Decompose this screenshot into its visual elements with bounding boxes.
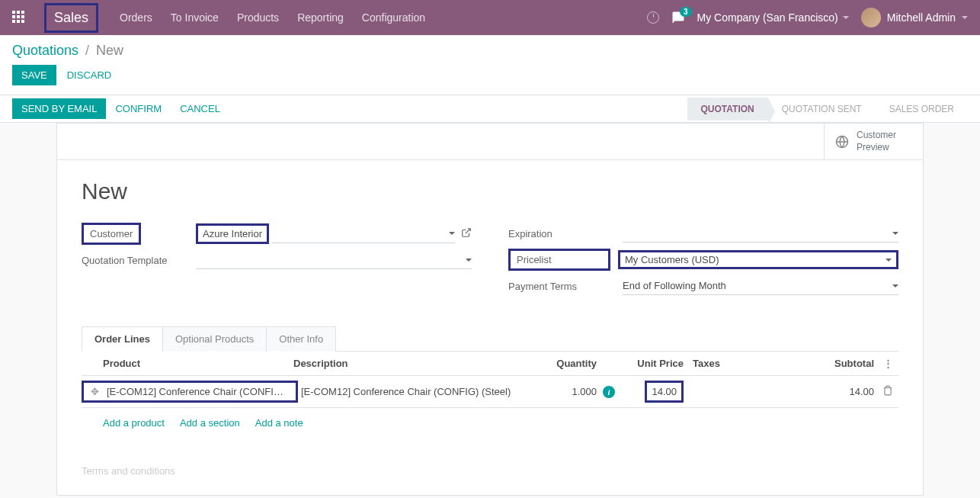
external-link-icon[interactable] (461, 227, 472, 240)
dropdown-caret-icon[interactable] (449, 232, 455, 235)
expiration-label: Expiration (508, 228, 623, 239)
tab-order-lines[interactable]: Order Lines (82, 326, 163, 352)
line-qty[interactable]: 1.000 (524, 386, 600, 397)
col-quantity: Quantity (524, 358, 600, 369)
customer-field[interactable] (272, 225, 455, 243)
dropdown-caret-icon[interactable] (892, 232, 898, 235)
breadcrumb-leaf: New (96, 43, 123, 58)
dropdown-caret-icon[interactable] (466, 259, 472, 262)
line-unit-price[interactable]: 14.00 (645, 381, 684, 403)
dropdown-caret-icon[interactable] (892, 284, 898, 288)
add-section-link[interactable]: Add a section (180, 417, 240, 429)
col-product: Product (100, 358, 290, 369)
info-icon[interactable]: i (603, 386, 615, 398)
activity-clock-icon[interactable] (647, 11, 659, 24)
pricelist-label: Pricelist (508, 249, 610, 271)
dropdown-caret-icon[interactable] (886, 259, 892, 262)
user-name: Mitchell Admin (887, 11, 956, 24)
status-bar: QUOTATION QUOTATION SENT SALES ORDER (687, 98, 968, 120)
customer-label: Customer (82, 223, 141, 245)
nav-reporting[interactable]: Reporting (297, 11, 344, 24)
customer-preview-button[interactable]: CustomerPreview (824, 124, 923, 159)
payment-terms-field[interactable]: End of Following Month (623, 277, 898, 295)
breadcrumb-root[interactable]: Quotations (12, 43, 78, 58)
company-name: My Company (San Francisco) (697, 11, 838, 24)
company-selector[interactable]: My Company (San Francisco) (697, 11, 849, 24)
kebab-icon[interactable]: ⋮ (877, 358, 898, 369)
pricelist-value: My Customers (USD) (625, 254, 886, 265)
save-button[interactable]: SAVE (12, 65, 56, 85)
drag-handle-icon[interactable]: ✥ (85, 386, 104, 397)
payment-terms-label: Payment Terms (508, 281, 623, 292)
page-title: New (82, 178, 898, 204)
status-quotation-sent[interactable]: QUOTATION SENT (768, 98, 876, 120)
nav-configuration[interactable]: Configuration (362, 11, 425, 24)
col-subtotal: Subtotal (809, 358, 877, 369)
customer-value-highlight: Azure Interior (196, 223, 269, 244)
add-product-link[interactable]: Add a product (103, 417, 165, 429)
payment-terms-value: End of Following Month (623, 280, 889, 291)
line-product[interactable]: [E-COM12] Conference Chair (CONFIG) (… (104, 386, 294, 397)
nav-orders[interactable]: Orders (120, 11, 152, 24)
terms-placeholder[interactable]: Terms and conditions (82, 465, 898, 477)
user-menu[interactable]: Mitchell Admin (861, 8, 968, 27)
col-description: Description (290, 358, 524, 369)
quotation-template-field[interactable] (196, 251, 472, 269)
delete-line-icon[interactable] (877, 385, 898, 398)
apps-launcher-icon[interactable] (12, 11, 26, 24)
breadcrumb: Quotations / New (12, 43, 968, 59)
tab-other-info[interactable]: Other Info (266, 326, 336, 352)
confirm-button[interactable]: CONFIRM (106, 98, 171, 119)
messaging-count-badge: 3 (680, 7, 692, 17)
nav-to-invoice[interactable]: To Invoice (171, 11, 219, 24)
cancel-button[interactable]: CANCEL (171, 98, 229, 119)
col-taxes: Taxes (687, 358, 809, 369)
globe-icon (835, 135, 849, 149)
table-row[interactable]: ✥ [E-COM12] Conference Chair (CONFIG) (…… (82, 376, 898, 407)
expiration-field[interactable] (623, 224, 898, 243)
add-note-link[interactable]: Add a note (255, 417, 303, 429)
quotation-template-label: Quotation Template (82, 255, 196, 266)
send-email-button[interactable]: SEND BY EMAIL (12, 98, 106, 119)
col-unit-price: Unit Price (618, 358, 687, 369)
customer-preview-label: CustomerPreview (857, 130, 896, 153)
pricelist-field[interactable]: My Customers (USD) (618, 250, 898, 269)
app-brand[interactable]: Sales (44, 3, 98, 33)
line-description[interactable]: [E-COM12] Conference Chair (CONFIG) (Ste… (298, 386, 524, 397)
caret-down-icon (962, 16, 968, 19)
status-sales-order[interactable]: SALES ORDER (876, 98, 968, 120)
avatar (861, 8, 881, 27)
status-quotation[interactable]: QUOTATION (687, 98, 768, 120)
discard-button[interactable]: DISCARD (58, 65, 121, 85)
caret-down-icon (843, 16, 849, 19)
messaging-icon[interactable]: 3 (671, 11, 685, 24)
tab-optional-products[interactable]: Optional Products (162, 326, 267, 352)
line-subtotal: 14.00 (809, 386, 877, 397)
nav-products[interactable]: Products (237, 11, 279, 24)
